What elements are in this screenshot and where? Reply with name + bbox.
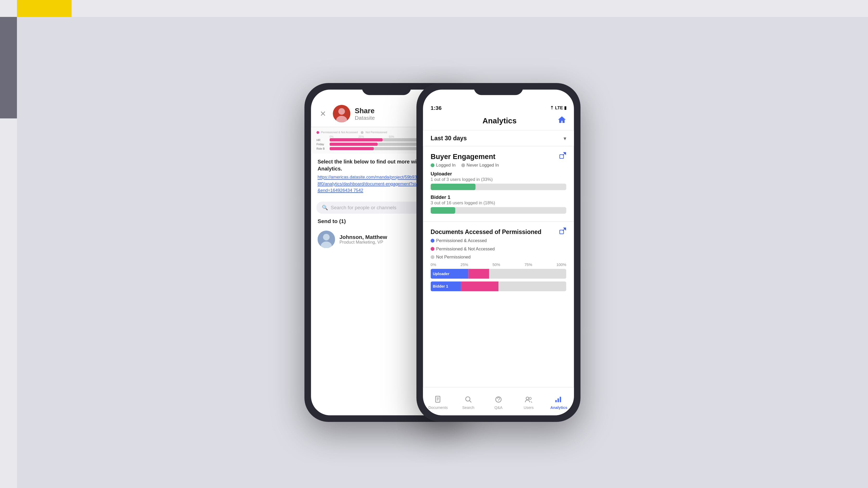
docs-bar-uploader: Uploader — [431, 269, 566, 279]
legend-permissioned-not-accessed: Permissioned & Not Accessed — [431, 247, 495, 252]
uploader-group: Uploader 1 out of 3 users logged in (33%… — [431, 171, 566, 190]
bidder1-name: Bidder 1 — [431, 194, 566, 200]
docs-bar-bidder1: Bidder 1 — [431, 281, 566, 291]
search-placeholder: Search for people or channels — [331, 205, 396, 210]
svg-rect-20 — [560, 397, 561, 402]
close-button[interactable]: ✕ — [317, 109, 329, 118]
svg-point-17 — [529, 397, 531, 399]
bar-label-friday: Friday — [316, 142, 328, 146]
buyer-engagement-header: Buyer Engagement — [431, 152, 566, 161]
logged-in-dot — [431, 163, 435, 167]
users-icon — [525, 396, 532, 405]
main-area: ✕ Share Datasite — [17, 17, 868, 488]
uploader-bar-label: Uploader — [433, 272, 450, 276]
docs-bar-track-uploader — [431, 269, 566, 279]
legend-logged-in: Logged In — [431, 163, 456, 168]
nav-users-label: Users — [524, 405, 534, 410]
permissioned-accessed-dot — [431, 239, 435, 243]
docs-legend-2: Permissioned & Not Accessed — [431, 247, 566, 252]
bar-label-roleb: Role B — [316, 147, 328, 151]
not-permissioned-dot — [431, 255, 435, 259]
search-icon: 🔍 — [322, 205, 328, 210]
uploader-pink-seg — [468, 269, 489, 279]
svg-point-16 — [526, 397, 529, 400]
buyer-engagement-section: Buyer Engagement Logged In — [423, 147, 574, 222]
location-icon: ⇡ — [550, 105, 554, 110]
nav-documents-label: Documents — [428, 405, 448, 410]
bidder1-group: Bidder 1 3 out of 16 users logged in (18… — [431, 194, 566, 214]
docs-bar-track-bidder1 — [431, 281, 566, 291]
avatar — [333, 105, 350, 122]
legend-permissioned-accessed: Permissioned & Accessed — [431, 238, 487, 243]
uploader-desc: 1 out of 3 users logged in (33%) — [431, 177, 566, 182]
legend-pna-label: Permissioned & Not Accessed — [436, 247, 495, 252]
svg-point-4 — [323, 234, 330, 240]
docs-title: Documents Accessed of Permissioned — [431, 228, 541, 235]
svg-rect-19 — [558, 398, 559, 402]
phone-notch-1 — [362, 83, 411, 95]
docs-share-button[interactable] — [559, 227, 566, 236]
docs-scale: 0%25%50%75%100% — [431, 263, 566, 267]
docs-accessed-section: Documents Accessed of Permissioned Permi… — [423, 222, 574, 297]
date-filter-label: Last 30 days — [431, 135, 467, 141]
legend-logged-in-label: Logged In — [436, 163, 456, 168]
bidder1-desc: 3 out of 16 users logged in (18%) — [431, 201, 566, 206]
phone-analytics: 1:36 ⇡ LTE ▮ Analytics — [416, 83, 581, 422]
legend-pa-label: Permissioned & Accessed — [436, 238, 487, 243]
svg-line-13 — [469, 400, 471, 402]
deco-gray-left — [0, 17, 17, 119]
phone-screen-analytics: 1:36 ⇡ LTE ▮ Analytics — [423, 90, 574, 415]
nav-search-label: Search — [462, 405, 474, 410]
uploader-bar-track — [431, 184, 566, 190]
bidder1-pink-seg — [460, 281, 498, 291]
uploader-bar-fill — [431, 184, 475, 190]
docs-legend: Permissioned & Accessed — [431, 238, 566, 243]
recipient-avatar-inner — [317, 231, 335, 248]
bidder1-bar-fill — [431, 207, 455, 214]
signal-text: LTE — [555, 105, 563, 110]
nav-analytics-label: Analytics — [550, 405, 567, 410]
uploader-name: Uploader — [431, 171, 566, 176]
uploader-gray-seg — [489, 269, 566, 279]
svg-point-15 — [498, 400, 499, 401]
buyer-engagement-legend: Logged In Never Logged In — [431, 163, 566, 168]
bar-label-hr: HR — [316, 138, 328, 141]
svg-rect-18 — [556, 400, 557, 402]
phone-notch-2 — [474, 83, 523, 95]
nav-qa-label: Q&A — [494, 405, 502, 410]
nav-search[interactable]: Search — [453, 393, 483, 410]
chevron-down-icon: ▾ — [564, 135, 566, 141]
status-icons: ⇡ LTE ▮ — [550, 105, 566, 110]
analytics-header: Analytics — [423, 113, 574, 131]
nav-users[interactable]: Users — [514, 393, 544, 410]
permissioned-not-accessed-dot — [431, 247, 435, 251]
docs-header: Documents Accessed of Permissioned — [431, 227, 566, 236]
nav-analytics[interactable]: Analytics — [544, 393, 574, 410]
date-filter[interactable]: Last 30 days ▾ — [423, 131, 574, 147]
bidder1-bar-track — [431, 207, 566, 214]
analytics-title: Analytics — [442, 116, 558, 125]
legend-never-logged-in-label: Never Logged In — [466, 163, 499, 168]
docs-legend-3: Not Permissioned — [431, 255, 566, 259]
recipient-avatar — [317, 231, 335, 248]
battery-icon: ▮ — [564, 105, 566, 110]
svg-point-1 — [338, 108, 345, 115]
bidder1-gray-seg — [498, 281, 566, 291]
bottom-nav: Documents Search Q&A — [423, 387, 574, 415]
legend-not-permissioned: Not Permissioned — [431, 255, 471, 259]
search-nav-icon — [464, 396, 472, 405]
qa-icon — [495, 396, 502, 405]
buyer-engagement-title: Buyer Engagement — [431, 152, 496, 161]
nav-documents[interactable]: Documents — [423, 393, 453, 410]
never-logged-in-dot — [461, 163, 465, 167]
legend-never-logged-in: Never Logged In — [461, 163, 499, 168]
buyer-engagement-share-button[interactable] — [559, 152, 566, 161]
analytics-icon — [555, 396, 562, 405]
legend-np-label: Not Permissioned — [436, 255, 471, 259]
status-time: 1:36 — [431, 105, 442, 111]
phones-container: ✕ Share Datasite — [347, 172, 537, 333]
documents-icon — [434, 396, 442, 405]
home-button[interactable] — [558, 115, 566, 126]
nav-qa[interactable]: Q&A — [483, 393, 514, 410]
bidder1-bar-label: Bidder 1 — [433, 285, 448, 288]
